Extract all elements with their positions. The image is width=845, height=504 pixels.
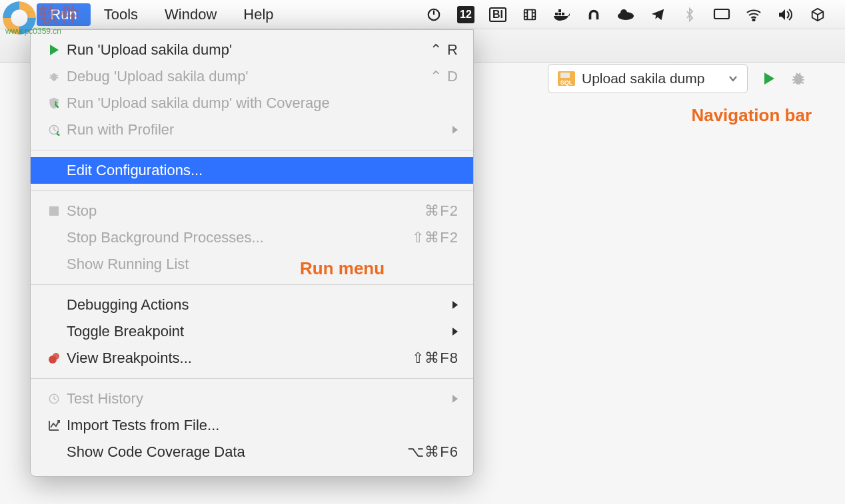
menu-run[interactable]: Run <box>37 3 90 26</box>
tunnel-icon[interactable] <box>585 6 602 23</box>
menu-separator <box>31 190 473 191</box>
menu-item-show-running-list: Show Running List <box>31 251 473 278</box>
menu-item-label: Import Tests from File... <box>65 417 458 434</box>
svg-line-23 <box>801 82 804 83</box>
run-menu-dropdown: Run 'Upload sakila dump'⌃ RDebug 'Upload… <box>30 29 474 477</box>
menu-item-shortcut: ⌘F2 <box>424 202 458 220</box>
chart-icon <box>43 419 65 431</box>
menubar: r Run Tools Window Help 12 BI <box>0 0 845 29</box>
run-button[interactable] <box>762 71 776 86</box>
menu-item-edit-configurations[interactable]: Edit Configurations... <box>31 157 473 184</box>
svg-rect-9 <box>555 13 558 15</box>
menubar-truncated-prev: r <box>27 6 31 23</box>
menu-item-show-code-coverage-data[interactable]: Show Code Coverage Data⌥⌘F6 <box>31 439 473 465</box>
menu-item-shortcut: ⇧⌘F8 <box>412 350 458 367</box>
svg-point-17 <box>794 74 802 85</box>
navigation-bar: SQL Upload sakila dump <box>548 64 806 93</box>
svg-line-33 <box>54 130 56 131</box>
svg-rect-15 <box>714 9 729 19</box>
svg-point-14 <box>620 9 627 16</box>
svg-line-28 <box>56 75 58 77</box>
menu-item-label: Debugging Actions <box>65 296 452 314</box>
calendar-day-badge[interactable]: 12 <box>457 6 474 23</box>
coverage-icon <box>43 97 65 110</box>
submenu-arrow-icon <box>452 125 458 134</box>
menu-item-run-upload-sakila-dump[interactable]: Run 'Upload sakila dump'⌃ R <box>31 37 473 63</box>
menu-item-stop: Stop⌘F2 <box>31 198 473 224</box>
menu-item-run-upload-sakila-dump-with-coverage: Run 'Upload sakila dump' with Coverage <box>31 90 473 117</box>
menu-item-label: Run 'Upload sakila dump' with Coverage <box>65 95 458 112</box>
bi-badge[interactable]: BI <box>489 7 506 22</box>
svg-line-27 <box>50 75 52 77</box>
debug-button[interactable] <box>790 71 806 87</box>
svg-rect-12 <box>558 9 561 12</box>
docker-icon[interactable] <box>553 6 570 23</box>
submenu-arrow-icon <box>452 300 458 310</box>
menu-help[interactable]: Help <box>230 3 287 26</box>
svg-line-24 <box>796 73 798 75</box>
menu-item-shortcut: ⌃ D <box>430 68 458 85</box>
menu-tools[interactable]: Tools <box>91 3 151 26</box>
play-icon <box>43 44 65 56</box>
menu-item-label: Show Running List <box>65 256 458 273</box>
display-icon[interactable] <box>713 6 730 23</box>
svg-line-22 <box>793 82 796 83</box>
menu-item-label: Debug 'Upload sakila dump' <box>65 68 430 85</box>
wifi-icon[interactable] <box>745 6 762 23</box>
menu-item-label: Edit Configurations... <box>65 162 458 179</box>
menu-separator <box>31 284 473 285</box>
menu-window[interactable]: Window <box>151 3 230 26</box>
svg-rect-34 <box>49 206 59 216</box>
svg-point-16 <box>753 19 755 21</box>
submenu-arrow-icon <box>452 327 458 336</box>
sql-file-icon: SQL <box>558 71 575 86</box>
menu-item-label: Toggle Breakpoint <box>65 323 452 340</box>
cube-icon[interactable] <box>809 6 826 23</box>
menu-item-shortcut: ⌥⌘F6 <box>407 443 458 461</box>
menu-item-label: Test History <box>65 390 452 407</box>
run-config-dropdown[interactable]: SQL Upload sakila dump <box>548 64 748 93</box>
menu-item-shortcut: ⌃ R <box>430 41 458 59</box>
profiler-icon <box>43 123 65 136</box>
menu-item-debugging-actions[interactable]: Debugging Actions <box>31 292 473 318</box>
menu-item-label: Show Code Coverage Data <box>65 443 407 461</box>
clock-icon <box>43 393 65 405</box>
menu-item-label: Run 'Upload sakila dump' <box>65 41 430 59</box>
annotation-nav-bar: Navigation bar <box>691 105 812 126</box>
menu-item-label: View Breakpoints... <box>65 350 412 367</box>
chevron-down-icon <box>728 75 738 82</box>
run-config-label: Upload sakila dump <box>582 71 704 87</box>
menu-item-view-breakpoints[interactable]: View Breakpoints...⇧⌘F8 <box>31 345 473 372</box>
svg-rect-2 <box>524 9 536 19</box>
svg-line-25 <box>799 73 800 75</box>
breakpoint-icon <box>43 352 65 364</box>
menu-item-stop-background-processes: Stop Background Processes...⇧⌘F2 <box>31 224 473 251</box>
bluetooth-icon[interactable] <box>681 6 698 23</box>
menu-item-toggle-breakpoint[interactable]: Toggle Breakpoint <box>31 318 473 345</box>
submenu-arrow-icon <box>452 394 458 403</box>
menu-separator <box>31 378 473 379</box>
menu-item-label: Run with Profiler <box>65 121 452 138</box>
svg-rect-11 <box>562 13 564 15</box>
power-icon[interactable] <box>425 6 442 23</box>
volume-icon[interactable] <box>777 6 794 23</box>
svg-point-36 <box>53 353 59 360</box>
cloud-icon[interactable] <box>617 6 634 23</box>
menu-item-import-tests-from-file[interactable]: Import Tests from File... <box>31 412 473 439</box>
annotation-run-menu: Run menu <box>300 258 385 279</box>
menu-item-run-with-profiler: Run with Profiler <box>31 117 473 143</box>
bug-icon <box>43 70 65 83</box>
menu-item-shortcut: ⇧⌘F2 <box>412 229 458 246</box>
stop-icon <box>43 206 65 216</box>
menu-item-test-history: Test History <box>31 385 473 412</box>
menu-item-label: Stop <box>65 202 424 220</box>
telegram-icon[interactable] <box>649 6 666 23</box>
film-icon[interactable] <box>521 6 538 23</box>
svg-point-26 <box>51 73 57 81</box>
svg-rect-10 <box>558 13 561 15</box>
status-tray: 12 BI <box>425 6 845 23</box>
svg-line-39 <box>54 399 56 400</box>
menu-separator <box>31 150 473 150</box>
menu-item-debug-upload-sakila-dump: Debug 'Upload sakila dump'⌃ D <box>31 63 473 90</box>
menu-item-label: Stop Background Processes... <box>65 229 412 246</box>
